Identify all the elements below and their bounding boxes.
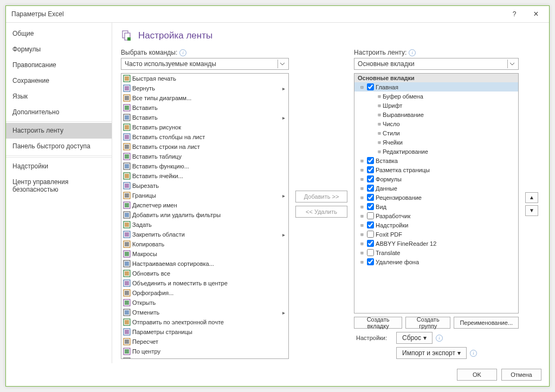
tree-node-group[interactable]: ⊞Шрифт (354, 101, 518, 110)
tree-node-tab[interactable]: ⊞Удаление фона (354, 257, 518, 266)
command-item[interactable]: Вставить▸ (121, 113, 288, 122)
sidebar-category[interactable]: Центр управления безопасностью (6, 174, 112, 198)
tab-checkbox[interactable] (367, 203, 374, 210)
tree-node-tab[interactable]: ⊞ABBYY FineReader 12 (354, 239, 518, 248)
command-item[interactable]: По центру (121, 347, 288, 356)
tree-node-group[interactable]: ⊞Буфер обмена (354, 92, 518, 101)
command-item[interactable]: Копировать (121, 239, 288, 249)
command-item[interactable]: Пересчет (121, 337, 288, 347)
expand-icon[interactable]: ⊞ (359, 259, 365, 265)
expand-icon[interactable]: ⊞ (376, 112, 383, 117)
tree-node-group[interactable]: ⊞Число (354, 119, 518, 128)
sidebar-category[interactable]: Панель быстрого доступа (6, 139, 112, 154)
sidebar-category[interactable]: Язык (6, 89, 112, 104)
command-item[interactable]: Отправить по электронной почте (121, 317, 288, 327)
command-item[interactable]: Все типы диаграмм... (121, 93, 288, 103)
info-icon[interactable]: i (409, 49, 416, 56)
tab-checkbox[interactable] (367, 221, 374, 228)
commands-listbox[interactable]: Быстрая печатьВернуть▸Все типы диаграмм.… (121, 73, 289, 359)
info-icon[interactable]: i (179, 49, 186, 56)
command-item[interactable]: Настраиваемая сортировка... (121, 259, 288, 269)
tree-node-tab[interactable]: ⊞Рецензирование (354, 193, 518, 202)
info-icon[interactable]: i (470, 350, 477, 357)
move-down-button[interactable]: ▼ (525, 205, 538, 216)
tab-checkbox[interactable] (367, 166, 374, 173)
tab-checkbox[interactable] (367, 194, 374, 201)
tree-node-tab[interactable]: ⊞Разработчик (354, 211, 518, 220)
tab-checkbox[interactable] (367, 240, 374, 247)
expand-icon[interactable]: ⊞ (376, 94, 383, 99)
tree-node-group[interactable]: ⊞Выравнивание (354, 110, 518, 119)
new-group-button[interactable]: Создать группу (405, 317, 450, 329)
ribbon-tabs-dropdown[interactable]: Основные вкладки (354, 58, 519, 70)
add-button[interactable]: Добавить >> (295, 191, 347, 202)
command-item[interactable]: Задать (121, 220, 288, 230)
expand-icon[interactable]: ⊞ (376, 103, 383, 108)
command-item[interactable]: Повторить (121, 356, 288, 359)
command-item[interactable]: Границы▸ (121, 191, 288, 200)
ribbon-tabs-tree[interactable]: Основные вкладки⊟Главная⊞Буфер обмена⊞Шр… (354, 73, 519, 313)
expand-icon[interactable]: ⊞ (376, 130, 383, 136)
command-item[interactable]: Добавить или удалить фильтры (121, 210, 288, 220)
choose-commands-dropdown[interactable]: Часто используемые команды (121, 58, 289, 70)
tree-node-group[interactable]: ⊞Стили (354, 128, 518, 138)
import-export-button[interactable]: Импорт и экспорт▾ (396, 347, 467, 359)
command-item[interactable]: Отменить▸ (121, 308, 288, 317)
expand-icon[interactable]: ⊞ (359, 158, 365, 164)
expand-icon[interactable]: ⊞ (359, 241, 365, 246)
expand-icon[interactable]: ⊞ (376, 149, 383, 154)
sidebar-category[interactable]: Настроить ленту (6, 123, 112, 139)
expand-icon[interactable]: ⊞ (359, 250, 365, 256)
command-item[interactable]: Вставить (121, 103, 288, 113)
tree-node-tab[interactable]: ⊞Вставка (354, 156, 518, 165)
tab-checkbox[interactable] (367, 212, 374, 219)
cancel-button[interactable]: Отмена (501, 369, 541, 381)
tab-checkbox[interactable] (367, 249, 374, 256)
command-item[interactable]: Открыть (121, 298, 288, 308)
tab-checkbox[interactable] (367, 83, 374, 90)
tree-node-group[interactable]: ⊞Ячейки (354, 138, 518, 147)
command-item[interactable]: Диспетчер имен (121, 200, 288, 210)
sidebar-category[interactable]: Сохранение (6, 73, 112, 89)
tree-node-tab[interactable]: ⊞Foxit PDF (354, 230, 518, 239)
sidebar-category[interactable]: Дополнительно (6, 104, 112, 120)
new-tab-button[interactable]: Создать вкладку (354, 317, 402, 329)
tree-node-group[interactable]: ⊞Редактирование (354, 147, 518, 156)
command-item[interactable]: Вставить ячейки... (121, 171, 288, 181)
command-item[interactable]: Вставить таблицу (121, 152, 288, 161)
command-item[interactable]: Вставить функцию... (121, 161, 288, 171)
rename-button[interactable]: Переименование... (454, 317, 519, 329)
expand-icon[interactable]: ⊞ (359, 195, 365, 200)
collapse-icon[interactable]: ⊟ (359, 84, 365, 90)
tab-checkbox[interactable] (367, 175, 374, 182)
move-up-button[interactable]: ▲ (525, 192, 538, 203)
expand-icon[interactable]: ⊞ (359, 232, 365, 237)
reset-button[interactable]: Сброс▾ (396, 332, 433, 344)
command-item[interactable]: Обновить все (121, 269, 288, 278)
expand-icon[interactable]: ⊞ (359, 186, 365, 191)
command-item[interactable]: Вернуть▸ (121, 83, 288, 93)
command-item[interactable]: Параметры страницы (121, 327, 288, 337)
tree-node-tab[interactable]: ⊞Вид (354, 202, 518, 211)
tab-checkbox[interactable] (367, 185, 374, 192)
command-item[interactable]: Вставить рисунок (121, 122, 288, 132)
sidebar-category[interactable]: Правописание (6, 57, 112, 73)
tab-checkbox[interactable] (367, 157, 374, 164)
expand-icon[interactable]: ⊞ (376, 140, 383, 145)
command-item[interactable]: Быстрая печать (121, 74, 288, 83)
tree-node-tab[interactable]: ⊞Translate (354, 248, 518, 257)
expand-icon[interactable]: ⊞ (376, 121, 383, 127)
sidebar-category[interactable]: Надстройки (6, 159, 112, 174)
command-item[interactable]: Макросы (121, 249, 288, 259)
remove-button[interactable]: << Удалить (295, 206, 347, 218)
expand-icon[interactable]: ⊞ (359, 204, 365, 210)
tree-node-tab[interactable]: ⊞Формулы (354, 174, 518, 184)
sidebar-category[interactable]: Формулы (6, 42, 112, 57)
info-icon[interactable]: i (436, 335, 443, 342)
command-item[interactable]: Вставить строки на лист (121, 142, 288, 152)
tab-checkbox[interactable] (367, 258, 374, 265)
expand-icon[interactable]: ⊞ (359, 167, 365, 173)
expand-icon[interactable]: ⊞ (359, 213, 365, 219)
help-button[interactable]: ? (504, 6, 525, 22)
command-item[interactable]: Объединить и поместить в центре (121, 278, 288, 288)
